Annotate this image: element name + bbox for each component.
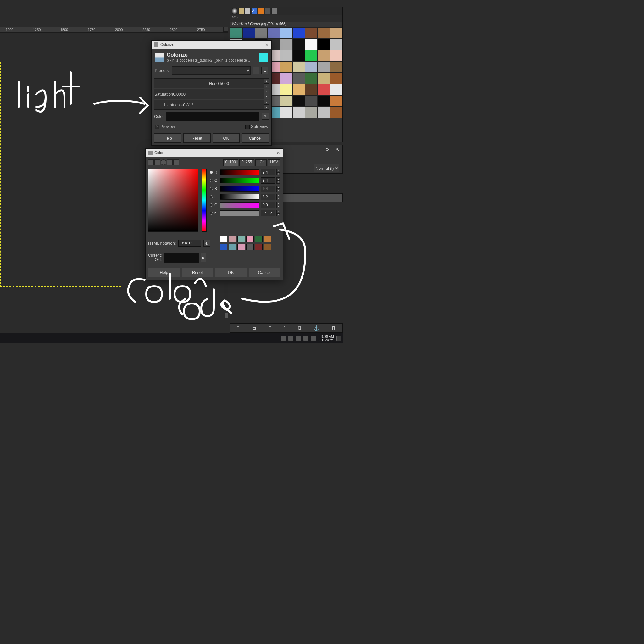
pattern-cell[interactable]: [305, 84, 318, 95]
pattern-cell[interactable]: [305, 61, 318, 73]
pattern-cell[interactable]: [317, 61, 330, 73]
current-old-swatch[interactable]: [164, 253, 199, 263]
pattern-cell[interactable]: [280, 61, 292, 73]
pattern-cell[interactable]: [330, 84, 342, 95]
channel-value[interactable]: [261, 210, 275, 216]
cancel-button[interactable]: Cancel: [249, 268, 280, 277]
layer-tool-button[interactable]: ˄: [269, 325, 271, 331]
pattern-cell[interactable]: [255, 27, 268, 39]
model-lch-button[interactable]: LCh: [255, 159, 267, 166]
channel-value[interactable]: [261, 186, 275, 192]
dock-tab-icon[interactable]: [258, 8, 264, 14]
swatch[interactable]: [264, 244, 271, 250]
splitview-checkbox[interactable]: Split view: [245, 124, 268, 129]
channel-bar[interactable]: [220, 194, 259, 200]
channel-bar[interactable]: [220, 186, 259, 192]
pattern-cell[interactable]: [305, 50, 318, 61]
dock-tab-icon[interactable]: A: [252, 8, 257, 14]
color-titlebar[interactable]: Color ✕: [146, 149, 283, 157]
pattern-cell[interactable]: [280, 39, 292, 50]
pattern-cell[interactable]: [280, 27, 292, 39]
channel-spinner[interactable]: ▲▼: [276, 169, 280, 175]
pattern-cell[interactable]: [305, 27, 318, 39]
cancel-button[interactable]: Cancel: [241, 133, 269, 143]
add-preset-button[interactable]: +: [253, 67, 259, 74]
channel-bar[interactable]: [220, 169, 259, 175]
swatch[interactable]: [220, 244, 227, 250]
pattern-cell[interactable]: [305, 73, 318, 84]
picker-mode-tabs[interactable]: [148, 159, 179, 166]
ok-button[interactable]: OK: [213, 133, 240, 143]
channel-radio[interactable]: [210, 212, 213, 215]
layer-tool-button[interactable]: 🗑: [331, 325, 336, 331]
channel-row-r[interactable]: R▲▼: [210, 169, 280, 176]
range-0-100-button[interactable]: 0..100: [223, 159, 238, 166]
pattern-cell[interactable]: [305, 39, 318, 50]
swatch[interactable]: [246, 244, 254, 250]
dock-tab-icon[interactable]: [271, 8, 277, 14]
channel-row-c[interactable]: C▲▼: [210, 202, 280, 208]
channel-radio[interactable]: [210, 171, 213, 174]
dock-tab-bar[interactable]: A: [230, 7, 342, 15]
preview-checkbox[interactable]: ✕Preview: [155, 124, 175, 129]
saturation-spinner[interactable]: ▲▼: [264, 89, 269, 99]
layer-tool-button[interactable]: ⚓: [313, 325, 319, 331]
channel-spinner[interactable]: ▲▼: [276, 177, 280, 184]
pattern-cell[interactable]: [280, 84, 292, 95]
tray-icon[interactable]: [296, 336, 301, 341]
pattern-cell[interactable]: [317, 73, 330, 84]
pattern-cell[interactable]: [330, 50, 342, 61]
tray-wifi-icon[interactable]: [303, 336, 308, 341]
sv-picker[interactable]: [148, 169, 198, 232]
picker-tab-icon[interactable]: [173, 159, 179, 165]
swatch[interactable]: [237, 244, 245, 250]
channel-bar[interactable]: [220, 210, 259, 216]
swatch[interactable]: [220, 236, 227, 242]
preset-menu-button[interactable]: ☰: [261, 67, 268, 74]
swatch[interactable]: [229, 244, 236, 250]
swatch[interactable]: [255, 244, 263, 250]
pattern-cell[interactable]: [317, 50, 330, 61]
pattern-cell[interactable]: [330, 107, 342, 118]
channel-spinner[interactable]: ▲▼: [276, 202, 280, 208]
help-button[interactable]: Help: [154, 133, 181, 143]
pattern-cell[interactable]: [317, 95, 330, 107]
pattern-cell[interactable]: [292, 61, 305, 73]
channel-radio[interactable]: [210, 203, 213, 207]
layer-tool-button[interactable]: 🗎: [252, 325, 257, 331]
eyedropper-icon[interactable]: ✎: [262, 113, 269, 120]
tray-volume-icon[interactable]: [311, 336, 316, 341]
pattern-cell[interactable]: [292, 73, 305, 84]
channel-radio[interactable]: [210, 195, 213, 198]
swatch[interactable]: [264, 236, 271, 242]
pattern-cell[interactable]: [292, 27, 305, 39]
picker-tab-icon[interactable]: [161, 159, 166, 165]
channel-radio[interactable]: [210, 187, 213, 190]
pattern-cell[interactable]: [317, 107, 330, 118]
pattern-cell[interactable]: [292, 95, 305, 107]
pattern-cell[interactable]: [292, 39, 305, 50]
swatch-store-button[interactable]: ▶: [201, 253, 206, 262]
lightness-spinner[interactable]: ▲▼: [264, 100, 269, 110]
tray-icon[interactable]: [281, 336, 286, 341]
dock-tab-icon[interactable]: [232, 8, 237, 14]
pattern-cell[interactable]: [330, 27, 342, 39]
channel-row-g[interactable]: G▲▼: [210, 177, 280, 184]
swatch[interactable]: [229, 236, 236, 242]
export-icon[interactable]: ⇱: [332, 146, 342, 153]
pattern-cell[interactable]: [280, 50, 292, 61]
pattern-cell[interactable]: [330, 73, 342, 84]
channel-value[interactable]: [261, 202, 275, 208]
picker-tab-icon[interactable]: [167, 159, 173, 165]
range-0-255-button[interactable]: 0..255: [239, 159, 254, 166]
reset-button[interactable]: Reset: [183, 133, 211, 143]
taskbar-clock[interactable]: 9:35 AM 6/18/2021: [319, 335, 334, 342]
pattern-cell[interactable]: [292, 50, 305, 61]
picker-tab-icon[interactable]: [148, 159, 154, 165]
pattern-cell[interactable]: [305, 107, 318, 118]
channel-row-l[interactable]: L▲▼: [210, 193, 280, 200]
notifications-icon[interactable]: [336, 336, 341, 341]
pattern-cell[interactable]: [280, 95, 292, 107]
patterns-filter-input[interactable]: filter: [230, 15, 342, 22]
picker-tab-icon[interactable]: [154, 159, 160, 165]
